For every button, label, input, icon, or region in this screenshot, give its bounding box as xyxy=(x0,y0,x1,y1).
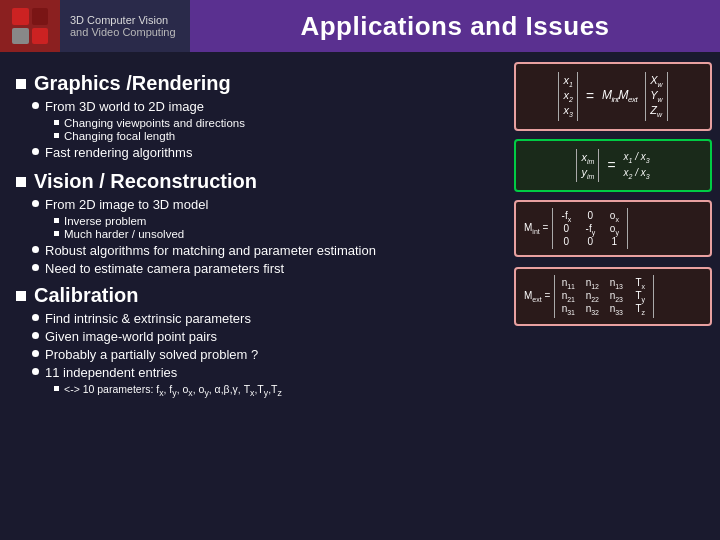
mext-label: Mext = xyxy=(524,290,550,303)
matrix-label: MintMext xyxy=(602,88,637,104)
calib-l1-find: Find intrinsic & extrinsic parameters xyxy=(32,311,494,326)
formula-image-coords: xim yim = x1 / x3 x2 / x3 xyxy=(514,139,712,192)
calibration-bullet xyxy=(16,291,26,301)
mext-matrix: n11 n12 n13 Tx n21 n22 n23 Ty n31 n32 xyxy=(554,275,654,318)
bullet xyxy=(54,218,59,223)
calibration-title: Calibration xyxy=(16,284,494,307)
formula-row-2: xim yim = x1 / x3 x2 / x3 xyxy=(576,149,649,182)
formula-mint: Mint = -fx 0 ox 0 -fy oy 0 0 xyxy=(514,200,712,257)
mext-row-1: n11 n12 n13 Tx xyxy=(559,277,649,290)
graphics-l1-from: From 3D world to 2D image xyxy=(32,99,494,114)
header-subtitle: 3D Computer Vision and Video Computing xyxy=(60,0,190,52)
mint-equation: Mint = -fx 0 ox 0 -fy oy 0 0 xyxy=(524,208,702,249)
graphics-bullet xyxy=(16,79,26,89)
calib-l1-given: Given image-world point pairs xyxy=(32,329,494,344)
bullet xyxy=(54,133,59,138)
header-line1: 3D Computer Vision xyxy=(70,14,180,26)
calibration-section: Calibration Find intrinsic & extrinsic p… xyxy=(16,284,494,398)
vision-l1-robust: Robust algorithms for matching and param… xyxy=(32,243,494,258)
bullet xyxy=(32,200,39,207)
vision-section: Vision / Reconstruction From 2D image to… xyxy=(16,170,494,276)
vision-title: Vision / Reconstruction xyxy=(16,170,494,193)
mext-row-2: n21 n22 n23 Ty xyxy=(559,290,649,303)
bullet xyxy=(32,332,39,339)
calib-l1-eleven: 11 independent entries xyxy=(32,365,494,380)
header-line2: and Video Computing xyxy=(70,26,180,38)
bullet xyxy=(32,102,39,109)
formula-mext: Mext = n11 n12 n13 Tx n21 n22 n23 Ty xyxy=(514,267,712,326)
logo xyxy=(0,0,60,52)
graphics-l1-fast: Fast rendering algorithms xyxy=(32,145,494,160)
bullet xyxy=(32,264,39,271)
bullet xyxy=(32,246,39,253)
graphics-l2-viewpoints: Changing viewpoints and directions xyxy=(50,117,494,129)
formula-row-1: x1 x2 x3 = MintMext Xw Yw Zw xyxy=(558,72,667,121)
sidebar-formulas: x1 x2 x3 = MintMext Xw Yw Zw xim yim xyxy=(510,52,720,540)
calib-l2-arrow: <-> 10 parameters: fx, fy, ox, oy, α,β,γ… xyxy=(50,383,494,398)
eq-sign: = xyxy=(586,88,594,104)
vision-l2-harder: Much harder / unsolved xyxy=(50,228,494,240)
graphics-l2-focal: Changing focal length xyxy=(50,130,494,142)
main-content: Graphics /Rendering From 3D world to 2D … xyxy=(0,52,510,540)
vision-l1-need: Need to estimate camera parameters first xyxy=(32,261,494,276)
mat-row-3: 0 0 1 xyxy=(557,236,623,247)
mext-equation: Mext = n11 n12 n13 Tx n21 n22 n23 Ty xyxy=(524,275,702,318)
page-title: Applications and Issues xyxy=(190,0,720,52)
bullet xyxy=(54,231,59,236)
bullet xyxy=(54,386,59,391)
bullet xyxy=(54,120,59,125)
vec-world: Xw Yw Zw xyxy=(645,72,667,121)
mat-row-1: -fx 0 ox xyxy=(557,210,623,223)
bullet xyxy=(32,350,39,357)
header: 3D Computer Vision and Video Computing A… xyxy=(0,0,720,52)
calib-l1-probably: Probably a partially solved problem ? xyxy=(32,347,494,362)
graphics-section: Graphics /Rendering From 3D world to 2D … xyxy=(16,72,494,160)
mext-row-3: n31 n32 n33 Tz xyxy=(559,303,649,316)
graphics-title: Graphics /Rendering xyxy=(16,72,494,95)
bullet xyxy=(32,368,39,375)
calib-arrow-text: <-> 10 parameters: fx, fy, ox, oy, α,β,γ… xyxy=(64,383,282,398)
fracs: x1 / x3 x2 / x3 xyxy=(623,151,649,180)
vec-x: x1 x2 x3 xyxy=(558,72,577,121)
bullet xyxy=(32,148,39,155)
content-area: Graphics /Rendering From 3D world to 2D … xyxy=(0,52,720,540)
vision-l2-inverse: Inverse problem xyxy=(50,215,494,227)
vision-l1-from: From 2D image to 3D model xyxy=(32,197,494,212)
vec-im: xim yim xyxy=(576,149,599,182)
vision-bullet xyxy=(16,177,26,187)
formula-projection: x1 x2 x3 = MintMext Xw Yw Zw xyxy=(514,62,712,131)
bullet xyxy=(32,314,39,321)
eq-sign2: = xyxy=(607,157,615,173)
mat-row-2: 0 -fy oy xyxy=(557,223,623,236)
mint-label: Mint = xyxy=(524,222,548,235)
mint-matrix: -fx 0 ox 0 -fy oy 0 0 1 xyxy=(552,208,628,249)
